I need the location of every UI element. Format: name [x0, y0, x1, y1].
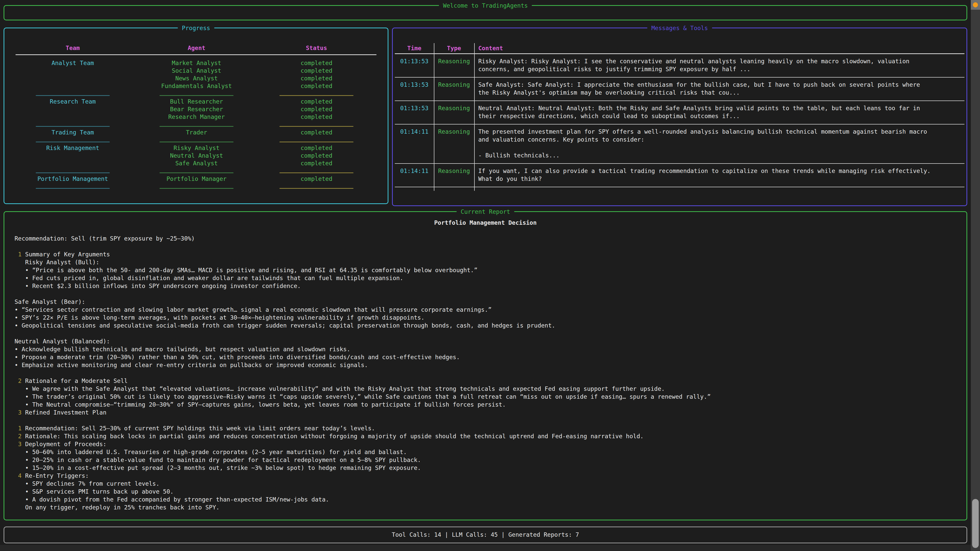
agent-cell: Risky AnalystNeutral AnalystSafe Analyst	[137, 144, 256, 167]
welcome-title: Welcome to TradingAgents	[439, 2, 532, 10]
group-separator-line	[36, 141, 110, 142]
report-line: • SPY declines 7% from current levels.	[14, 480, 956, 488]
agent-name: Social Analyst	[137, 67, 256, 75]
status-value: completed	[256, 82, 376, 90]
report-line: 3 Refined Investment Plan	[14, 409, 956, 416]
report-line: 4 Re-Entry Triggers:	[14, 472, 956, 480]
report-list-number: 1	[18, 425, 22, 432]
group-separator-line	[159, 126, 234, 127]
message-content: Safe Analyst: Safe Analyst: I appreciate…	[474, 78, 933, 100]
message-type: Reasoning	[434, 101, 474, 124]
window-bottom-edge	[0, 545, 971, 551]
messages-panel: Messages & Tools TimeTypeContent 01:13:5…	[392, 27, 967, 206]
separator-cell	[9, 184, 137, 189]
report-line: Risky Analyst (Bull):	[14, 259, 956, 266]
group-separator-line	[36, 172, 110, 173]
message-content: Neutral Analyst: Neutral Analyst: Both t…	[474, 101, 933, 124]
footer-stats: Tool Calls: 14 | LLM Calls: 45 | Generat…	[4, 527, 966, 542]
group-separator-line	[280, 188, 353, 189]
orange-dot-icon	[973, 2, 978, 7]
message-time: 01:13:53	[395, 101, 434, 124]
status-value: completed	[256, 98, 376, 105]
footer-panel: Tool Calls: 14 | LLM Calls: 45 | Generat…	[3, 527, 967, 543]
message-row: 01:13:53ReasoningRisky Analyst: Risky An…	[395, 54, 964, 77]
report-line: 2 Rationale: This scaling back locks in …	[14, 432, 956, 440]
separator-cell	[137, 169, 256, 173]
separator-cell	[256, 138, 376, 142]
column-separator-line	[434, 43, 434, 191]
report-panel-title: Current Report	[457, 208, 514, 216]
team-name: Trading Team	[9, 129, 137, 136]
progress-header-row: TeamAgentStatus	[4, 43, 388, 53]
status-value: completed	[256, 105, 376, 113]
group-separator-line	[36, 188, 110, 189]
message-row: 01:13:53ReasoningNeutral Analyst: Neutra…	[395, 101, 964, 124]
group-separator-line	[36, 95, 110, 96]
separator-cell	[9, 138, 137, 142]
progress-column-header: Status	[256, 43, 376, 53]
report-list-number: 1	[18, 251, 22, 258]
report-line: 2 Rationale for a Moderate Sell	[14, 377, 956, 385]
messages-column-header: Content	[474, 43, 964, 53]
scroll-button[interactable]	[971, 0, 980, 10]
report-line: On any trigger, redeploy in 25% tranches…	[14, 503, 956, 511]
status-cell: completedcompletedcompleted	[256, 144, 376, 167]
status-value: completed	[256, 159, 376, 167]
separator-cell	[9, 122, 137, 127]
message-content: Risky Analyst: Risky Analyst: I see the …	[474, 54, 933, 77]
agent-cell: Portfolio Manager	[137, 175, 256, 183]
report-line: • We agree with the Safe Analyst that “e…	[14, 385, 956, 393]
agent-name: Bull Researcher	[137, 98, 256, 105]
column-separator-line	[474, 43, 475, 191]
status-cell: completedcompletedcompleted	[256, 98, 376, 121]
progress-column-header: Agent	[137, 43, 256, 53]
status-value: completed	[256, 59, 376, 67]
message-content: If you want, I can also provide a tactic…	[474, 164, 933, 187]
message-time: 01:13:53	[395, 78, 434, 100]
agent-name: Market Analyst	[137, 59, 256, 67]
separator-cell	[9, 169, 137, 173]
message-type: Reasoning	[434, 78, 474, 100]
group-separator-line	[159, 95, 234, 96]
message-time: 01:14:11	[395, 164, 434, 187]
progress-group-separator-row	[4, 167, 388, 175]
message-row: 01:13:53ReasoningSafe Analyst: Safe Anal…	[395, 78, 964, 100]
separator-cell	[256, 169, 376, 173]
report-line: • Fed cuts priced in, global disinflatio…	[14, 274, 956, 282]
group-separator-line	[280, 95, 353, 96]
message-time: 01:13:53	[395, 54, 434, 77]
scrollbar-thumb[interactable]	[972, 499, 979, 548]
progress-table-body: Analyst TeamMarket AnalystSocial Analyst…	[4, 59, 388, 191]
message-row: 01:14:11ReasoningIf you want, I can also…	[395, 164, 964, 187]
report-line	[14, 416, 956, 424]
status-cell: completedcompletedcompletedcompleted	[256, 59, 376, 90]
progress-group-row: Risk ManagementRisky AnalystNeutral Anal…	[4, 144, 388, 167]
separator-cell	[137, 138, 256, 142]
messages-column-header: Type	[434, 43, 474, 53]
messages-column-header: Time	[395, 43, 434, 53]
progress-group-separator-row	[4, 121, 388, 129]
team-name: Portfolio Management	[9, 175, 137, 183]
report-line: • The trader’s original 50% cut is likel…	[14, 393, 956, 401]
messages-table-spacer	[395, 187, 964, 202]
agent-name: Trader	[137, 129, 256, 136]
scrollbar-track[interactable]	[971, 0, 980, 551]
message-time: 01:14:11	[395, 124, 434, 163]
report-lines: Recommendation: Sell (trim SPY exposure …	[14, 227, 956, 511]
report-line: • Acknowledge bullish technicals and mac…	[14, 345, 956, 353]
group-separator-line	[159, 141, 234, 142]
agent-name: Bear Researcher	[137, 105, 256, 113]
separator-cell	[137, 122, 256, 127]
group-separator-line	[280, 172, 353, 173]
separator-cell	[137, 184, 256, 189]
progress-column-header: Team	[9, 43, 137, 53]
report-line: • 50–60% into laddered U.S. Treasuries o…	[14, 448, 956, 456]
progress-group-separator-row	[4, 90, 388, 98]
report-line: • “Services sector contraction and slowi…	[14, 306, 956, 314]
progress-panel-title: Progress	[178, 24, 215, 32]
agent-name: News Analyst	[137, 75, 256, 82]
message-type: Reasoning	[434, 124, 474, 163]
report-line: 3 Deployment of Proceeds:	[14, 440, 956, 448]
report-line	[14, 369, 956, 377]
status-value: completed	[256, 67, 376, 75]
